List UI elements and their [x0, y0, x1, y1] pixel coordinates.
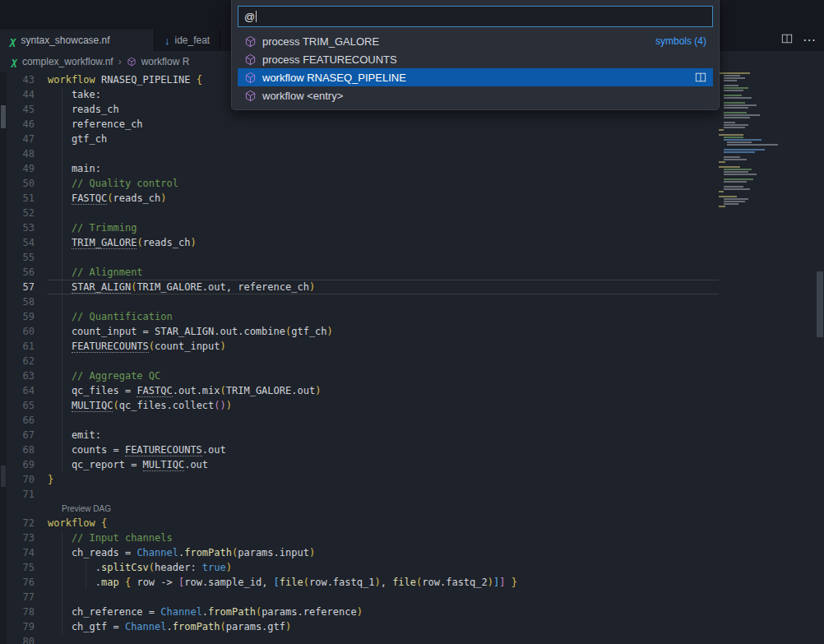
vscode-window: χsyntax_showcase.nf↓ide_feat ⋯ χ complex… [0, 0, 824, 644]
minimap-line [724, 139, 762, 141]
code-line[interactable]: 62 [0, 354, 719, 368]
vertical-scrollbar[interactable] [816, 72, 824, 644]
code-line[interactable]: 53 // Trimming [0, 220, 719, 235]
symbol-namespace-icon [127, 57, 137, 67]
code-line[interactable]: 50 // Quality control [0, 176, 719, 191]
scrollbar-thumb[interactable] [817, 271, 823, 337]
quick-open-item[interactable]: workflow RNASEQ_PIPELINE [238, 68, 713, 86]
line-number: 61 [0, 339, 48, 354]
breadcrumb-symbol[interactable]: workflow R [141, 56, 190, 67]
code-line[interactable]: 52 [0, 206, 719, 220]
line-content: emit: [48, 428, 719, 442]
code-line[interactable]: 58 [0, 294, 719, 309]
code-line[interactable]: 65 MULTIQC(qc_files.collect()) [0, 398, 719, 413]
minimap-line [719, 206, 725, 207]
symbols-count-link[interactable]: symbols (4) [655, 35, 706, 47]
minimap-line [724, 87, 748, 89]
code-line[interactable]: 67 emit: [0, 428, 719, 442]
quick-open-results: process TRIM_GALOREsymbols (4)process FE… [238, 32, 713, 104]
line-content: .map { row -> [row.sample_id, [file(row.… [48, 575, 719, 590]
line-content: ch_gtf = Channel.fromPath(params.gtf) [48, 619, 719, 634]
code-line[interactable]: 78 ch_reference = Channel.fromPath(param… [0, 605, 719, 619]
code-line[interactable]: 48 [0, 146, 719, 161]
code-line[interactable]: 54 TRIM_GALORE(reads_ch) [0, 235, 719, 250]
code-line[interactable]: 59 // Quantification [0, 309, 719, 324]
code-line[interactable]: 70} [0, 472, 719, 487]
code-line[interactable]: 75 .splitCsv(header: true) [0, 560, 719, 575]
line-number: 66 [0, 413, 48, 428]
indent-guide [86, 560, 86, 590]
code-line[interactable]: 66 [0, 413, 719, 428]
minimap-line [724, 112, 747, 114]
code-line[interactable]: 56 // Alignment [0, 265, 719, 280]
code-line[interactable]: 80 [0, 634, 719, 644]
line-number: 59 [0, 309, 48, 324]
minimap-line [724, 151, 755, 153]
code-line[interactable]: 61 FEATURECOUNTS(count_input) [0, 339, 719, 354]
codelens-preview-dag[interactable]: Preview DAG [0, 502, 719, 516]
minimap-line [724, 75, 740, 76]
code-line[interactable]: 72workflow { [0, 516, 719, 530]
code-line[interactable]: 63 // Aggregate QC [0, 368, 719, 383]
breadcrumb-file[interactable]: complex_workflow.nf [22, 56, 113, 67]
code-line[interactable]: 57 STAR_ALIGN(TRIM_GALORE.out, reference… [0, 280, 719, 294]
result-label: workflow RNASEQ_PIPELINE [262, 72, 406, 84]
quick-open-query: @ [244, 11, 255, 23]
quick-open-item[interactable]: process TRIM_GALOREsymbols (4) [238, 32, 713, 50]
text-cursor [256, 11, 257, 22]
tab-ide-feat[interactable]: ↓ide_feat [155, 30, 220, 51]
code-line[interactable]: 49 main: [0, 161, 719, 176]
quick-open-item[interactable]: process FEATURECOUNTS [238, 50, 713, 68]
code-line[interactable]: 71 [0, 487, 719, 502]
code-line[interactable]: 73 // Input channels [0, 530, 719, 545]
minimap-line [724, 201, 745, 202]
code-line[interactable]: 64 qc_files = FASTQC.out.mix(TRIM_GALORE… [0, 383, 719, 398]
left-gutter-strip [0, 72, 7, 644]
line-content: qc_report = MULTIQC.out [48, 457, 719, 472]
result-label: process TRIM_GALORE [262, 35, 379, 48]
code-line[interactable]: 60 count_input = STAR_ALIGN.out.combine(… [0, 324, 719, 339]
quick-open-item[interactable]: workflow <entry> [238, 86, 713, 104]
minimap-line [727, 141, 752, 143]
minimap-line [727, 144, 778, 146]
minimap[interactable] [719, 72, 794, 208]
line-content: FASTQC(reads_ch) [48, 191, 719, 206]
code-line[interactable]: 74 ch_reads = Channel.fromPath(params.in… [0, 545, 719, 560]
line-content: .splitCsv(header: true) [48, 560, 719, 575]
gutter-decoration [1, 105, 6, 128]
code-line[interactable]: 79 ch_gtf = Channel.fromPath(params.gtf) [0, 619, 719, 634]
minimap-line [719, 134, 743, 136]
minimap-line [724, 80, 737, 81]
line-content [48, 590, 719, 605]
line-content: qc_files = FASTQC.out.mix(TRIM_GALORE.ou… [48, 383, 719, 398]
code-line[interactable]: 77 [0, 590, 719, 605]
download-arrow-icon: ↓ [164, 35, 170, 47]
code-line[interactable]: 76 .map { row -> [row.sample_id, [file(r… [0, 575, 719, 590]
symbol-namespace-icon [244, 35, 257, 48]
minimap-line [724, 181, 747, 183]
quick-open-input[interactable]: @ [238, 6, 713, 27]
code-line[interactable]: 47 gtf_ch [0, 132, 719, 146]
code-line[interactable]: 68 counts = FEATURECOUNTS.out [0, 442, 719, 457]
line-content: counts = FEATURECOUNTS.out [48, 442, 719, 457]
line-number: 80 [0, 634, 48, 644]
minimap-line [724, 159, 747, 160]
indent-guide [62, 530, 62, 634]
more-actions-button[interactable]: ⋯ [803, 34, 816, 47]
line-number: 68 [0, 442, 48, 457]
open-to-side-icon[interactable] [695, 72, 706, 83]
result-label: process FEATURECOUNTS [262, 53, 397, 66]
line-content [48, 206, 719, 220]
code-line[interactable]: 69 qc_report = MULTIQC.out [0, 457, 719, 472]
line-number: 57 [0, 280, 48, 294]
tab-syntax-showcase-nf[interactable]: χsyntax_showcase.nf [0, 30, 155, 51]
code-line[interactable]: 51 FASTQC(reads_ch) [0, 191, 719, 206]
code-line[interactable]: 46 reference_ch [0, 117, 719, 132]
minimap-line [724, 156, 740, 158]
split-editor-button[interactable] [781, 33, 793, 47]
symbol-namespace-icon [244, 72, 257, 84]
line-number: 63 [0, 368, 48, 383]
minimap-line [719, 191, 724, 192]
code-line[interactable]: 55 [0, 250, 719, 265]
gutter-decoration [1, 466, 6, 487]
